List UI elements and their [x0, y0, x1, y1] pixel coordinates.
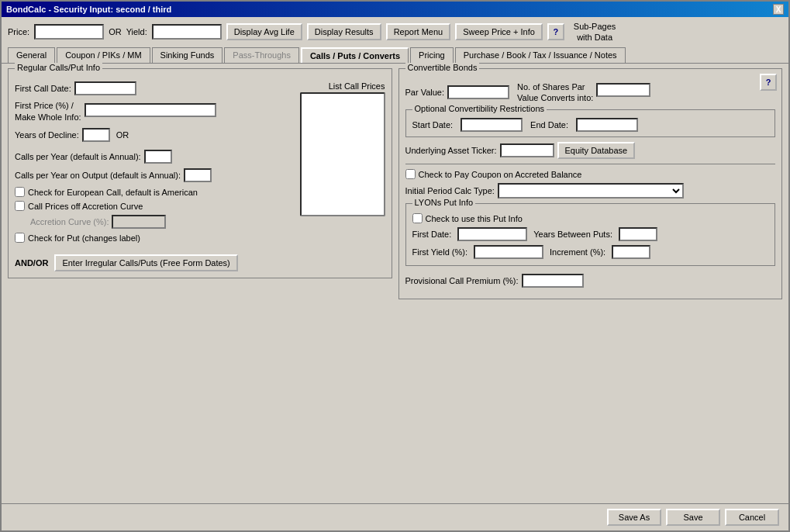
close-button[interactable]: X [773, 4, 784, 15]
optional-group: Optional Convertibility Restrictions Sta… [405, 109, 776, 137]
toolbar: Price: OR Yield: Display Avg Life Displa… [2, 17, 788, 47]
yield-input[interactable] [152, 24, 222, 40]
provisional-call-input[interactable] [522, 274, 584, 288]
calls-per-year-input[interactable] [144, 150, 172, 164]
first-yield-row: First Yield (%): Increment (%): [412, 245, 769, 259]
years-between-puts-input[interactable] [619, 227, 657, 241]
provisional-call-label: Provisional Call Premium (%): [405, 276, 519, 285]
calls-per-year-output-label: Calls per Year on Output (default is Ann… [15, 171, 181, 180]
yield-label: Yield: [126, 27, 147, 36]
and-or-row: AND/OR Enter Irregular Calls/Puts (Free … [15, 254, 385, 271]
start-date-input[interactable] [461, 118, 523, 132]
tab-coupon[interactable]: Coupon / PIKs / MM [57, 47, 150, 63]
display-avg-life-button[interactable]: Display Avg Life [226, 23, 302, 40]
help-button[interactable]: ? [547, 23, 564, 40]
sweep-price-button[interactable]: Sweep Price + Info [455, 23, 543, 40]
years-decline-input[interactable] [82, 128, 110, 142]
underlying-asset-row: Underlying Asset Ticker: Equity Database [405, 142, 776, 159]
irregular-calls-button[interactable]: Enter Irregular Calls/Puts (Free Form Da… [54, 254, 237, 271]
list-call-prices-listbox[interactable] [300, 92, 385, 216]
increment-label: Increment (%): [550, 247, 605, 257]
lyons-group: LYONs Put Info Check to use this Put Inf… [405, 203, 776, 266]
lyons-group-title: LYONs Put Info [412, 198, 476, 207]
equity-database-button[interactable]: Equity Database [557, 142, 636, 159]
check-lyons-label: Check to use this Put Info [426, 214, 523, 223]
no-shares-input[interactable] [596, 83, 650, 97]
or-label-decline: OR [116, 130, 129, 140]
first-date-row: First Date: Years Between Puts: [412, 227, 769, 241]
convertible-bonds-group: Convertible Bonds ? Par Value: No. of Sh… [398, 68, 783, 300]
check-european-label: Check for European Call, default is Amer… [28, 188, 198, 197]
and-or-label: AND/OR [15, 258, 48, 268]
check-put-label: Check for Put (changes label) [28, 233, 140, 243]
end-date-input[interactable] [576, 118, 638, 132]
tab-purchase-book[interactable]: Purchase / Book / Tax / Issuance / Notes [455, 47, 626, 63]
end-date-label: End Date: [530, 120, 568, 130]
check-coupon-checkbox[interactable] [405, 169, 416, 179]
check-coupon-row: Check to Pay Coupon on Accreted Balance [405, 169, 776, 179]
accretion-curve-label: Accretion Curve (%): [30, 217, 109, 226]
first-yield-label: First Yield (%): [412, 247, 468, 257]
no-shares-label: No. of Shares Par Value Converts into: [517, 81, 593, 104]
par-value-label: Par Value: [405, 88, 445, 97]
first-call-date-input[interactable] [74, 81, 136, 95]
main-content: Regular Calls/Put Info First Call Date: … [2, 63, 788, 503]
check-european-checkbox[interactable] [15, 187, 25, 197]
regular-calls-title: Regular Calls/Put Info [15, 63, 102, 72]
tab-sinking-funds[interactable]: Sinking Funds [152, 47, 223, 63]
regular-calls-group: Regular Calls/Put Info First Call Date: … [8, 68, 392, 279]
list-call-prices-label: List Call Prices [329, 81, 385, 91]
tab-calls-puts-converts[interactable]: Calls / Puts / Converts [301, 47, 409, 63]
underlying-asset-input[interactable] [500, 143, 554, 157]
report-menu-button[interactable]: Report Menu [386, 23, 451, 40]
initial-period-label: Initial Period Calc Type: [405, 186, 495, 195]
right-panel: Convertible Bonds ? Par Value: No. of Sh… [398, 68, 783, 499]
price-input[interactable] [34, 24, 104, 40]
check-coupon-label: Check to Pay Coupon on Accreted Balance [419, 170, 582, 179]
initial-period-row: Initial Period Calc Type: [405, 183, 776, 199]
call-prices-accretion-checkbox[interactable] [15, 201, 25, 211]
right-help-button[interactable]: ? [760, 74, 777, 91]
or-label: OR [109, 27, 122, 36]
first-price-input[interactable] [85, 103, 216, 117]
years-between-puts-label: Years Between Puts: [533, 230, 612, 239]
main-window: BondCalc - Security Input: second / thir… [0, 0, 790, 532]
check-put-checkbox[interactable] [15, 233, 25, 243]
years-decline-label: Years of Decline: [15, 130, 79, 140]
tab-pass-throughs[interactable]: Pass-Throughs [224, 47, 299, 63]
save-button[interactable]: Save [666, 509, 720, 526]
cancel-button[interactable]: Cancel [725, 509, 779, 526]
check-lyons-row: Check to use this Put Info [412, 213, 769, 223]
initial-period-select[interactable] [498, 183, 684, 199]
convertible-bonds-title: Convertible Bonds [405, 63, 480, 72]
tab-general[interactable]: General [8, 47, 55, 63]
tab-pricing[interactable]: Pricing [410, 47, 454, 63]
title-bar: BondCalc - Security Input: second / thir… [2, 2, 788, 17]
sub-pages-label: Sub-Pages with Data [574, 21, 616, 43]
accretion-curve-input[interactable] [112, 215, 166, 229]
first-date-input[interactable] [457, 227, 527, 241]
calls-per-year-output-input[interactable] [184, 168, 212, 182]
display-results-button[interactable]: Display Results [307, 23, 381, 40]
underlying-asset-label: Underlying Asset Ticker: [405, 146, 497, 155]
start-date-label: Start Date: [412, 120, 454, 130]
footer: Save As Save Cancel [2, 503, 788, 530]
first-yield-input[interactable] [474, 245, 543, 259]
increment-input[interactable] [612, 245, 650, 259]
par-value-input[interactable] [447, 85, 509, 99]
price-label: Price: [8, 27, 29, 36]
call-prices-accretion-label: Call Prices off Accretion Curve [28, 202, 143, 211]
provisional-call-row: Provisional Call Premium (%): [405, 274, 776, 288]
first-call-date-label: First Call Date: [15, 84, 71, 93]
window-title: BondCalc - Security Input: second / thir… [6, 5, 171, 14]
calls-per-year-label: Calls per Year (default is Annual): [15, 152, 141, 161]
first-price-label: First Price (%) / Make Whole Info: [15, 100, 81, 124]
save-as-button[interactable]: Save As [607, 509, 661, 526]
first-date-label: First Date: [412, 230, 452, 239]
check-lyons-checkbox[interactable] [412, 213, 423, 223]
optional-group-title: Optional Convertibility Restrictions [412, 104, 547, 113]
tabs-row: General Coupon / PIKs / MM Sinking Funds… [2, 47, 788, 63]
left-panel: Regular Calls/Put Info First Call Date: … [8, 68, 392, 499]
